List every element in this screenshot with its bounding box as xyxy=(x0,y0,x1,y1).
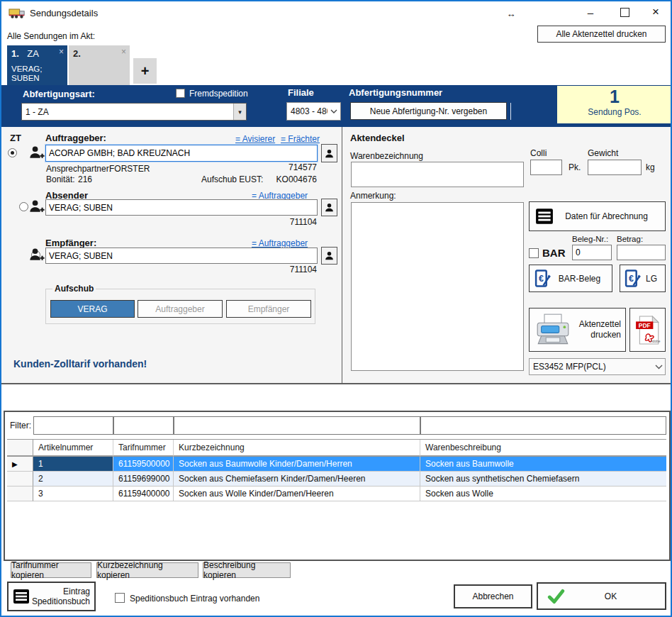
auftraggeber-radio[interactable] xyxy=(8,148,17,157)
pdf-export-button[interactable]: PDFAdobe xyxy=(629,308,666,352)
warenbezeichnung-textarea[interactable] xyxy=(351,162,524,187)
aktenzettel-drucken-button[interactable]: Aktenzettel drucken xyxy=(529,308,626,352)
bar-checkbox[interactable] xyxy=(529,248,539,258)
new-abfertigung-nr-button[interactable]: Neue Abfertigung-Nr. vergeben xyxy=(350,102,507,120)
filter-kurzbezeichnung-input[interactable] xyxy=(174,416,420,435)
chevron-down-icon[interactable] xyxy=(327,109,340,113)
lg-label: LG xyxy=(642,274,661,284)
aufschub-eust-value: KO004676 xyxy=(246,174,317,184)
column-header-warenbeschreibung[interactable]: Warenbeschreibung xyxy=(420,440,666,457)
aufschub-auftraggeber-button[interactable]: Auftraggeber xyxy=(138,300,223,318)
person-lookup-button[interactable] xyxy=(321,247,337,265)
column-header-artikelnummer[interactable]: Artikelnummer xyxy=(33,440,113,457)
fremdspedition-checkbox[interactable] xyxy=(176,89,185,98)
fremdspedition-label: Fremdspedition xyxy=(189,89,248,99)
add-tab-button[interactable]: + xyxy=(133,58,157,84)
ansprechpartner-value: FORSTER xyxy=(109,164,150,174)
warenbezeichnung-label: Warenbezeichnung xyxy=(350,151,423,161)
cell-warenbeschreibung[interactable]: Socken aus Wolle xyxy=(420,487,666,501)
list-icon xyxy=(535,207,554,226)
aufschub-verag-button[interactable]: VERAG xyxy=(50,300,135,318)
person-lookup-button[interactable] xyxy=(321,144,337,162)
row-selector-arrow[interactable]: ▶ xyxy=(7,457,33,472)
fraechter-link[interactable]: = Frächter xyxy=(281,134,320,144)
filter-warenbeschreibung-input[interactable] xyxy=(420,416,666,435)
cell-kurzbezeichnung[interactable]: Socken aus Baumwolle Kinder/Damen/Herren xyxy=(174,457,420,472)
close-button[interactable]: × xyxy=(646,4,665,20)
empfaenger-equals-auftraggeber-link[interactable]: = Auftraggeber xyxy=(252,238,308,248)
filter-tarifnummer-input[interactable] xyxy=(113,416,174,435)
betrag-input[interactable] xyxy=(617,245,666,260)
row-selector[interactable] xyxy=(7,487,33,501)
auftraggeber-label: Auftraggeber: xyxy=(45,133,106,143)
column-header-tarifnummer[interactable]: Tarifnummer xyxy=(113,440,174,457)
printer-value: ES3452 MFP(PCL) xyxy=(530,362,652,372)
add-person-icon[interactable] xyxy=(28,145,45,163)
avisierer-link[interactable]: = Avisierer xyxy=(235,134,275,144)
auftraggeber-number: 714577 xyxy=(246,162,317,172)
lg-button[interactable]: € LG xyxy=(620,265,666,292)
resize-icon[interactable]: ↔ xyxy=(502,6,520,21)
cancel-button[interactable]: Abbrechen xyxy=(454,584,532,608)
cell-warenbeschreibung[interactable]: Socken aus Baumwolle xyxy=(420,457,666,472)
filiale-label: Filiale xyxy=(288,87,314,98)
cell-artikelnummer[interactable]: 1 xyxy=(33,457,113,472)
auftraggeber-input[interactable] xyxy=(45,145,318,162)
cell-warenbeschreibung[interactable]: Socken aus synthetischen Chemiefasern xyxy=(420,472,666,487)
cell-tarifnummer[interactable]: 61159699000 xyxy=(113,472,174,487)
filiale-select[interactable]: 4803 - 480 xyxy=(286,102,341,121)
aktendeckel-title: Aktendeckel xyxy=(350,133,405,143)
anmerkung-textarea[interactable] xyxy=(351,202,524,371)
column-header-kurzbezeichnung[interactable]: Kurzbezeichnung xyxy=(174,440,420,457)
printer-icon xyxy=(534,313,572,347)
eintrag-speditionsbuch-button[interactable]: Eintrag Speditionsbuch xyxy=(7,582,96,611)
tab-close-icon[interactable]: × xyxy=(121,47,126,57)
printer-select[interactable]: ES3452 MFP(PCL) xyxy=(529,358,666,375)
aktenzettel-drucken-label: Aktenzettel drucken xyxy=(572,319,621,340)
absender-input[interactable] xyxy=(45,199,318,216)
print-all-aktenzettel-button[interactable]: Alle Aktenzettel drucken xyxy=(537,26,666,43)
zt-label: ZT xyxy=(10,133,21,143)
row-selector[interactable] xyxy=(7,472,33,487)
betrag-label: Betrag: xyxy=(617,235,643,243)
colli-input[interactable] xyxy=(530,160,562,175)
cell-artikelnummer[interactable]: 2 xyxy=(33,472,113,487)
gewicht-input[interactable] xyxy=(588,160,642,175)
tab-index: 2. xyxy=(73,48,81,59)
copy-beschreibung-button[interactable]: Beschreibung kopieren xyxy=(203,562,291,578)
eintrag-label-line2: Speditionsbuch xyxy=(32,596,90,606)
position-count-label: Sendung Pos. xyxy=(557,107,672,117)
filter-artikelnummer-input[interactable] xyxy=(33,416,113,435)
ansprechpartner-label: Ansprechpartner: xyxy=(46,164,111,174)
pdf-icon: PDFAdobe xyxy=(634,314,661,345)
cell-kurzbezeichnung[interactable]: Socken aus Chemiefasern Kinder/Damen/Hee… xyxy=(174,472,420,487)
person-lookup-button[interactable] xyxy=(321,199,337,216)
daten-fuer-abrechnung-button[interactable]: Daten für Abrechnung xyxy=(529,201,666,231)
aufschub-empfaenger-button[interactable]: Empfänger xyxy=(226,300,311,318)
add-person-icon[interactable] xyxy=(28,199,45,217)
ok-button[interactable]: OK xyxy=(537,582,666,610)
tab-shipment-2[interactable]: × 2. xyxy=(69,45,130,86)
minimize-button[interactable]: – xyxy=(581,4,600,20)
speditionsbuch-checkbox[interactable] xyxy=(115,593,125,603)
cell-kurzbezeichnung[interactable]: Socken aus Wolle Kinder/Damen/Heeren xyxy=(174,487,420,501)
aufschub-legend: Aufschub xyxy=(52,284,96,294)
cell-tarifnummer[interactable]: 61159500000 xyxy=(113,457,174,472)
abfertigungsart-select[interactable]: 1 - ZA ▾ xyxy=(21,103,247,121)
column-header-selector xyxy=(7,440,33,457)
copy-kurzbezeichnung-button[interactable]: Kurzbezeichnung kopieren xyxy=(96,562,198,578)
beleg-nr-input[interactable] xyxy=(572,245,612,260)
add-person-icon[interactable] xyxy=(28,247,45,265)
tab-close-icon[interactable]: × xyxy=(59,47,64,57)
empfaenger-input[interactable] xyxy=(45,248,318,264)
dropdown-arrow-icon[interactable]: ▾ xyxy=(233,104,246,120)
speditionsbuch-checkbox-label: Speditionsbuch Eintrag vorhanden xyxy=(130,594,259,604)
beleg-nr-label: Beleg-Nr.: xyxy=(572,235,608,243)
cell-tarifnummer[interactable]: 61159400000 xyxy=(113,487,174,501)
tab-shipment-1[interactable]: × 1. ZA VERAG; SUBEN xyxy=(7,45,67,86)
cell-artikelnummer[interactable]: 3 xyxy=(33,487,113,501)
maximize-button[interactable] xyxy=(615,4,634,20)
bar-beleg-button[interactable]: € BAR-Beleg xyxy=(529,265,612,292)
chevron-down-icon[interactable] xyxy=(652,365,665,369)
copy-tarifnummer-button[interactable]: Tarifnummer kopieren xyxy=(11,562,91,578)
